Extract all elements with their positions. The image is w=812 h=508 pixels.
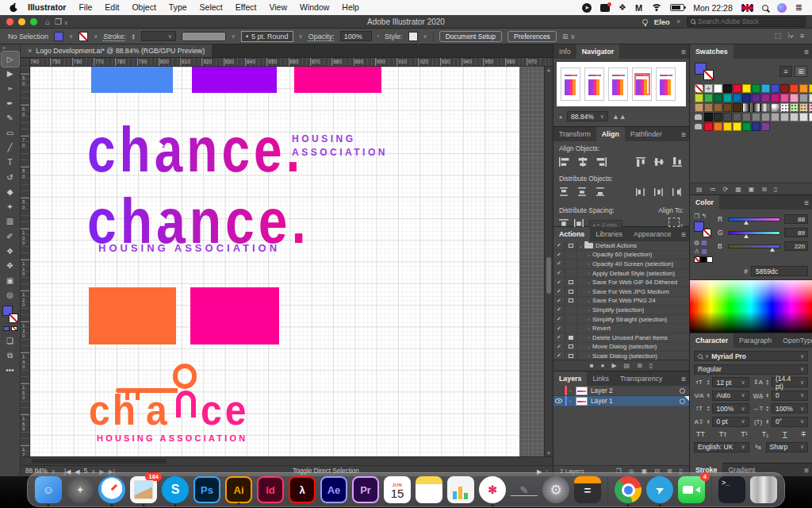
panel-menu-icon[interactable]: ≡ <box>681 48 686 56</box>
color-swatch[interactable] <box>799 113 808 121</box>
textedit-dock-icon[interactable]: ✎ <box>511 476 538 503</box>
after-effects-dock-icon[interactable]: Ae <box>320 476 347 503</box>
grad-bw-swatch[interactable] <box>742 103 751 112</box>
color-swatch[interactable] <box>809 113 812 121</box>
menu-item-file[interactable]: File <box>72 0 98 15</box>
color-swatch[interactable] <box>752 122 760 131</box>
new-group-icon[interactable]: ▦ <box>735 186 741 193</box>
menu-item-object[interactable]: Object <box>125 0 162 15</box>
color-swatch[interactable] <box>733 84 741 93</box>
stroke-weight-stepper[interactable]: ▲▼ <box>132 33 136 40</box>
apple-logo-icon[interactable] <box>10 2 18 13</box>
stop-icon[interactable]: ■ <box>590 362 594 369</box>
photos-dock-icon[interactable]: 184 <box>130 476 157 503</box>
selection-tool[interactable]: ▶ <box>2 67 19 82</box>
tab-swatches[interactable]: Swatches <box>690 44 733 59</box>
play-icon[interactable]: ▶ <box>611 362 616 369</box>
color-swatch[interactable] <box>723 122 732 131</box>
color-swatch[interactable] <box>761 113 770 121</box>
toolbar-collapse-icon[interactable]: » <box>0 44 8 52</box>
color-swatch[interactable] <box>761 122 770 131</box>
superscript-icon[interactable]: T¹ <box>741 430 748 438</box>
color-swatch[interactable] <box>704 122 713 131</box>
wifi-icon[interactable] <box>651 4 661 11</box>
zoom-button[interactable] <box>30 18 37 25</box>
color-swatch[interactable] <box>780 84 789 93</box>
color-swatch[interactable] <box>733 94 741 102</box>
dialog-toggle[interactable] <box>565 297 577 306</box>
blend-tool[interactable]: ❖ <box>2 244 19 259</box>
color-swatch[interactable] <box>752 84 760 93</box>
siri-icon[interactable] <box>777 3 787 13</box>
notes-dock-icon[interactable] <box>416 476 442 503</box>
chevron-right-icon[interactable]: › <box>585 307 592 312</box>
new-folder-icon[interactable]: ▣ <box>749 186 755 193</box>
pasteboard[interactable] <box>519 67 544 456</box>
navigator-view-box[interactable] <box>634 73 650 95</box>
fill-swatch[interactable] <box>54 32 63 41</box>
color-swatch[interactable] <box>742 122 751 131</box>
uk-flag-icon[interactable] <box>741 4 753 12</box>
channel-slider[interactable] <box>728 244 780 248</box>
direct-selection-tool[interactable]: ▷ <box>2 52 19 67</box>
scroll-down-icon[interactable]: ▼ <box>545 451 553 456</box>
subscript-icon[interactable]: T₁ <box>762 430 769 438</box>
calendar-dock-icon[interactable]: JUN15 <box>384 476 411 503</box>
horizontal-scale-stepper[interactable]: ▲▼ <box>766 406 769 411</box>
antialias-field[interactable]: Sharp∨ <box>766 442 809 452</box>
check-icon[interactable]: ✓ <box>553 333 565 342</box>
leading-stepper[interactable]: ▲▼ <box>766 379 769 385</box>
logo1-wordmark[interactable]: chance. <box>87 117 304 181</box>
color-swatch[interactable] <box>695 94 703 102</box>
pat-dots-swatch[interactable] <box>780 103 789 112</box>
type-tool[interactable]: T <box>2 155 19 170</box>
vertical-scale-field[interactable]: 100%∨ <box>712 403 749 414</box>
vertical-scroll-thumb[interactable] <box>546 257 551 294</box>
menu-item-help[interactable]: Help <box>335 0 366 15</box>
channel-slider[interactable] <box>728 231 780 235</box>
color-swatch[interactable] <box>714 113 722 121</box>
menu-item-illustrator[interactable]: Illustrator <box>21 0 72 15</box>
new-swatch-icon[interactable]: ⊞ <box>761 186 767 193</box>
group-selection-tool[interactable]: ➣ <box>2 81 19 96</box>
color-swatch-rect-blue[interactable] <box>91 67 173 93</box>
color-swatch[interactable] <box>733 122 741 131</box>
gamut-warning-icon[interactable]: ⚠ ▦ <box>694 248 707 255</box>
color-fill-stroke[interactable] <box>694 221 711 237</box>
scroll-up-icon[interactable]: ▲ <box>545 67 553 72</box>
finder-dock-icon[interactable]: ☺ <box>35 476 62 503</box>
pat-pink-swatch[interactable] <box>809 103 812 112</box>
chevron-right-icon[interactable]: › <box>585 317 592 321</box>
visibility-toggle[interactable] <box>553 396 565 406</box>
color-swatch[interactable] <box>761 94 770 102</box>
none-black-white-wells[interactable] <box>694 256 713 263</box>
color-swatch[interactable] <box>790 94 799 102</box>
tracking-field[interactable]: 0∨ <box>772 391 808 401</box>
pat-tan-swatch[interactable] <box>799 103 808 112</box>
malwarebytes-icon[interactable]: M <box>635 3 642 13</box>
dist-center-icon[interactable] <box>654 186 665 200</box>
document-setup-button[interactable]: Document Setup <box>439 31 502 42</box>
action-row[interactable]: ✓›Scale Dialog (selection) <box>553 352 689 360</box>
action-row[interactable]: ✓›Simplify Straight (selection) <box>553 315 689 325</box>
rectangle-tool[interactable]: ▭ <box>2 125 19 140</box>
color-swatch[interactable] <box>723 113 732 121</box>
dist-middle-icon[interactable] <box>577 186 588 200</box>
color-swatch[interactable] <box>742 84 751 93</box>
acrobat-dock-icon[interactable]: λ <box>289 476 316 503</box>
color-swatch[interactable] <box>714 122 722 131</box>
horizontal-scroll-thumb[interactable] <box>32 459 167 464</box>
touch-workspace-icon[interactable]: ⬚ <box>774 32 781 40</box>
artboard-tool[interactable]: ▣ <box>2 273 19 288</box>
panel-menu-icon[interactable]: ≡ <box>804 466 809 475</box>
swatches-fill-stroke[interactable] <box>695 63 714 80</box>
color-swatch[interactable] <box>723 103 732 112</box>
list-view-icon[interactable]: ≡ <box>779 66 792 77</box>
dialog-toggle[interactable] <box>565 352 577 360</box>
check-icon[interactable]: ✓ <box>553 306 565 314</box>
logo2-caption[interactable]: HOUSING ASSOCIATION <box>98 242 280 254</box>
channel-slider[interactable] <box>728 217 780 221</box>
chevron-right-icon[interactable]: › <box>585 280 592 285</box>
safari-dock-icon[interactable] <box>98 476 125 503</box>
kerning-field[interactable]: Auto∨ <box>712 391 749 401</box>
